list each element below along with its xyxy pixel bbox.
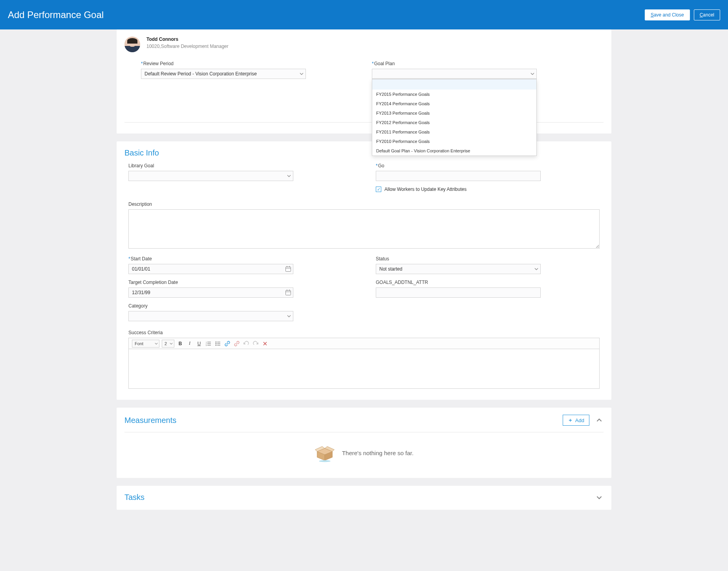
goals-addtnl-label: GOALS_ADDTNL_ATTR — [376, 280, 600, 285]
allow-workers-label: Allow Workers to Update Key Attributes — [384, 187, 466, 192]
success-criteria-textarea[interactable] — [129, 349, 599, 388]
svg-point-25 — [319, 460, 330, 462]
user-subtitle: 10020,Software Development Manager — [146, 44, 229, 49]
category-label: Category — [128, 303, 352, 309]
start-date-label: Start Date — [128, 256, 352, 262]
add-measurement-button[interactable]: ＋ Add — [563, 415, 589, 426]
success-criteria-editor: Font 2 B I U 123 — [128, 338, 600, 389]
bold-icon[interactable]: B — [177, 340, 184, 347]
bullet-list-icon[interactable] — [214, 340, 221, 347]
calendar-icon[interactable] — [285, 289, 291, 296]
target-date-input[interactable] — [128, 287, 293, 298]
target-date-label: Target Completion Date — [128, 280, 352, 285]
unlink-icon[interactable] — [233, 340, 240, 347]
user-name: Todd Connors — [146, 37, 229, 42]
chevron-down-icon — [155, 341, 158, 346]
svg-point-14 — [216, 341, 216, 342]
svg-rect-7 — [289, 290, 290, 291]
save-and-close-button[interactable]: Save and Close — [645, 9, 690, 20]
add-label: Add — [575, 417, 584, 423]
svg-rect-6 — [287, 290, 287, 291]
svg-point-16 — [216, 343, 216, 344]
start-date-input[interactable] — [128, 264, 293, 274]
goal-plan-option[interactable]: FY2011 Performance Goals — [372, 127, 536, 137]
chevron-down-icon — [170, 341, 173, 346]
allow-workers-checkbox[interactable]: ✓ — [376, 187, 381, 192]
goal-plan-option[interactable]: FY2012 Performance Goals — [372, 118, 536, 127]
rte-toolbar: Font 2 B I U 123 — [129, 338, 599, 349]
save-label: ave and Close — [654, 12, 684, 18]
dropdown-blank-option[interactable] — [372, 79, 536, 90]
goal-plan-option[interactable]: Default Goal Plan - Vision Corporation E… — [372, 146, 536, 156]
goal-plan-option[interactable]: FY2015 Performance Goals — [372, 90, 536, 99]
svg-rect-0 — [286, 267, 291, 272]
plus-icon: ＋ — [568, 417, 573, 424]
library-goal-label: Library Goal — [128, 163, 352, 168]
ordered-list-icon[interactable]: 123 — [205, 340, 212, 347]
empty-box-icon — [315, 443, 335, 463]
calendar-icon[interactable] — [285, 266, 291, 272]
goal-plan-dropdown: FY2015 Performance GoalsFY2014 Performan… — [372, 79, 537, 156]
description-textarea[interactable] — [128, 209, 600, 249]
category-select[interactable] — [128, 311, 293, 321]
cancel-button[interactable]: Cancel — [694, 9, 720, 20]
goal-plan-label: Goal Plan — [372, 61, 600, 66]
link-icon[interactable] — [224, 340, 231, 347]
description-label: Description — [128, 201, 600, 207]
status-select[interactable] — [376, 264, 541, 274]
review-period-select[interactable] — [141, 69, 306, 79]
underline-icon[interactable]: U — [196, 340, 203, 347]
svg-rect-2 — [287, 266, 287, 267]
chevron-down-icon[interactable] — [595, 495, 604, 500]
review-period-label: Review Period — [141, 61, 352, 66]
undo-icon[interactable] — [243, 340, 250, 347]
redo-icon[interactable] — [252, 340, 259, 347]
app-header: Add Performance Goal Save and Close Canc… — [0, 0, 728, 29]
header-buttons: Save and Close Cancel — [645, 9, 720, 20]
goal-plan-option[interactable]: FY2014 Performance Goals — [372, 99, 536, 108]
measurements-title: Measurements — [124, 416, 176, 425]
cancel-label: ancel — [703, 12, 714, 18]
svg-point-18 — [216, 344, 216, 345]
svg-rect-4 — [286, 291, 291, 295]
svg-rect-3 — [289, 266, 290, 267]
goal-name-input[interactable] — [376, 171, 541, 181]
goal-plan-option[interactable]: FY2010 Performance Goals — [372, 137, 536, 146]
rte-size-select[interactable]: 2 — [162, 340, 174, 348]
svg-text:3: 3 — [206, 344, 207, 346]
goal-name-label: Go — [376, 163, 600, 168]
page-title: Add Performance Goal — [8, 9, 104, 20]
status-label: Status — [376, 256, 600, 262]
save-accesskey: S — [651, 12, 654, 18]
goal-plan-select[interactable] — [372, 69, 537, 79]
rte-font-select[interactable]: Font — [132, 340, 159, 348]
avatar — [124, 37, 140, 52]
success-criteria-label: Success Criteria — [128, 330, 600, 335]
library-goal-select[interactable] — [128, 171, 293, 181]
cancel-accesskey: C — [700, 12, 703, 18]
goals-addtnl-input[interactable] — [376, 287, 541, 298]
check-icon: ✓ — [377, 187, 380, 192]
tasks-title: Tasks — [124, 493, 145, 502]
measurements-empty-text: There's nothing here so far. — [342, 450, 413, 456]
chevron-up-icon[interactable] — [595, 417, 604, 423]
goal-plan-option[interactable]: FY2013 Performance Goals — [372, 108, 536, 118]
italic-icon[interactable]: I — [186, 340, 193, 347]
clear-format-icon[interactable] — [262, 340, 269, 347]
